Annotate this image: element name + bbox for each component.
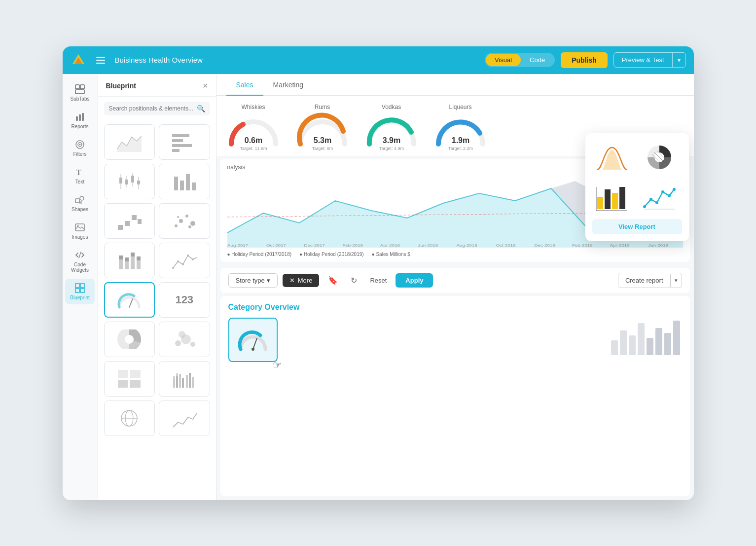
svg-rect-53: [131, 256, 135, 269]
blueprint-panel: Blueprint × 🔍: [98, 74, 216, 500]
svg-rect-83: [176, 373, 178, 376]
blueprint-item-scatter[interactable]: [104, 203, 155, 239]
svg-rect-3: [80, 85, 84, 89]
svg-rect-25: [172, 144, 192, 147]
svg-rect-35: [174, 177, 178, 190]
svg-text:5.3m: 5.3m: [313, 136, 331, 145]
svg-point-57: [172, 267, 174, 269]
svg-line-62: [129, 299, 133, 307]
svg-text:Feb-2019: Feb-2019: [572, 243, 593, 247]
visual-toggle-btn[interactable]: Visual: [486, 54, 521, 66]
svg-rect-72: [130, 370, 141, 378]
svg-rect-81: [192, 377, 194, 388]
view-toggle: Visual Code: [485, 53, 555, 67]
blueprint-item-sparkline[interactable]: [159, 361, 210, 397]
bookmark-icon-button[interactable]: 🔖: [324, 274, 342, 287]
svg-rect-38: [192, 182, 196, 190]
mini-bar-chart: [609, 318, 682, 362]
blueprint-item-bar-h-chart[interactable]: [159, 124, 210, 160]
preview-chevron-icon[interactable]: ▾: [672, 53, 685, 67]
blueprint-item-dot-scatter[interactable]: [159, 203, 210, 239]
svg-point-120: [643, 205, 646, 208]
svg-text:Aug-2017: Aug-2017: [227, 243, 248, 247]
blueprint-item-candlestick[interactable]: [104, 164, 155, 199]
svg-marker-22: [117, 136, 142, 152]
sidebar-item-codewidgets[interactable]: Code Widgets: [65, 246, 95, 277]
svg-text:Target: 2.2m: Target: 2.2m: [448, 146, 472, 151]
view-report-button[interactable]: View Report: [592, 219, 682, 234]
float-chart-mountain[interactable]: [592, 140, 632, 175]
svg-point-43: [175, 224, 178, 227]
sidebar-item-filters[interactable]: Filters: [65, 135, 95, 161]
svg-rect-74: [130, 380, 141, 388]
svg-rect-5: [76, 116, 78, 121]
create-report-button[interactable]: Create report: [618, 273, 670, 288]
svg-text:T: T: [76, 168, 81, 177]
svg-rect-20: [75, 289, 79, 292]
gauge-chart-liqueurs: 1.9m Target: 2.2m: [433, 113, 488, 148]
icon-sidebar: SubTabs Reports Filters: [63, 74, 98, 500]
sidebar-item-reports[interactable]: Reports: [65, 108, 95, 133]
svg-rect-75: [173, 379, 175, 388]
app-logo: [71, 52, 86, 68]
gauge-chart-vodkas: 3.9m Target: 4.9m: [364, 113, 419, 148]
blueprint-search-input[interactable]: [109, 105, 194, 112]
top-bar: Buisiness Health Overview Visual Code Pu…: [63, 46, 694, 74]
svg-text:3.9m: 3.9m: [382, 136, 400, 145]
dragged-gauge-card[interactable]: ☞: [228, 318, 278, 362]
sidebar-item-images[interactable]: Images: [65, 218, 95, 244]
publish-button[interactable]: Publish: [561, 52, 608, 68]
float-chart-pie[interactable]: [640, 140, 679, 175]
refresh-icon-button[interactable]: ↻: [347, 274, 361, 287]
sidebar-item-shapes[interactable]: Shapes: [65, 190, 95, 216]
svg-text:Target: 6m: Target: 6m: [312, 146, 333, 151]
svg-rect-56: [137, 256, 141, 260]
tab-marketing[interactable]: Marketing: [263, 74, 313, 96]
more-x-icon: ✕: [289, 277, 295, 284]
menu-button[interactable]: [92, 55, 109, 66]
svg-point-124: [668, 194, 671, 197]
blueprint-item-table-grid[interactable]: [104, 361, 155, 397]
svg-rect-54: [131, 253, 135, 256]
tab-sales[interactable]: Sales: [226, 74, 263, 96]
preview-button[interactable]: Preview & Test: [614, 53, 672, 67]
create-report-chevron-icon[interactable]: ▾: [670, 274, 682, 287]
blueprint-panel-header: Blueprint ×: [98, 74, 216, 97]
more-button-label: More: [298, 277, 313, 284]
code-toggle-btn[interactable]: Code: [521, 54, 554, 66]
sidebar-label-codewidgets: Code Widgets: [68, 262, 92, 273]
blueprint-close-button[interactable]: ×: [203, 81, 208, 91]
sidebar-item-subtabs[interactable]: SubTabs: [65, 80, 95, 106]
main-body: SubTabs Reports Filters: [63, 74, 694, 500]
store-type-filter[interactable]: Store type ▾: [228, 273, 278, 288]
float-chart-bar[interactable]: [592, 180, 632, 214]
blueprint-item-bar-v-chart[interactable]: [159, 164, 210, 199]
store-type-label: Store type: [236, 277, 265, 284]
blueprint-item-globe[interactable]: [104, 400, 155, 436]
apply-button[interactable]: Apply: [396, 273, 433, 288]
blueprint-item-bar-stacked[interactable]: [104, 243, 155, 278]
content-tabs: Sales Marketing: [216, 74, 694, 96]
svg-rect-52: [125, 257, 129, 261]
blueprint-item-gauge[interactable]: [104, 282, 155, 318]
blueprint-item-area-chart[interactable]: [104, 124, 155, 160]
svg-point-44: [179, 219, 183, 223]
svg-text:Jun-2018: Jun-2018: [418, 243, 438, 247]
blueprint-search-bar: 🔍: [104, 102, 210, 115]
svg-point-16: [77, 225, 79, 226]
svg-rect-116: [612, 193, 618, 209]
more-filter-button[interactable]: ✕ More: [283, 274, 320, 287]
svg-point-123: [661, 190, 664, 193]
blueprint-item-pie-chart[interactable]: [104, 322, 155, 357]
sidebar-item-blueprint[interactable]: Blueprint: [65, 279, 95, 304]
blueprint-item-line-chart[interactable]: [159, 243, 210, 278]
sidebar-item-text[interactable]: T Text: [65, 163, 95, 188]
float-chart-line[interactable]: [640, 180, 679, 214]
svg-rect-24: [172, 139, 183, 142]
blueprint-item-bubble-chart[interactable]: [159, 322, 210, 357]
reset-button[interactable]: Reset: [366, 275, 391, 286]
blueprint-item-number-card[interactable]: 123: [159, 282, 210, 318]
floating-chart-selector: View Report: [585, 133, 689, 241]
svg-rect-42: [138, 219, 142, 224]
blueprint-item-extra[interactable]: [159, 400, 210, 436]
